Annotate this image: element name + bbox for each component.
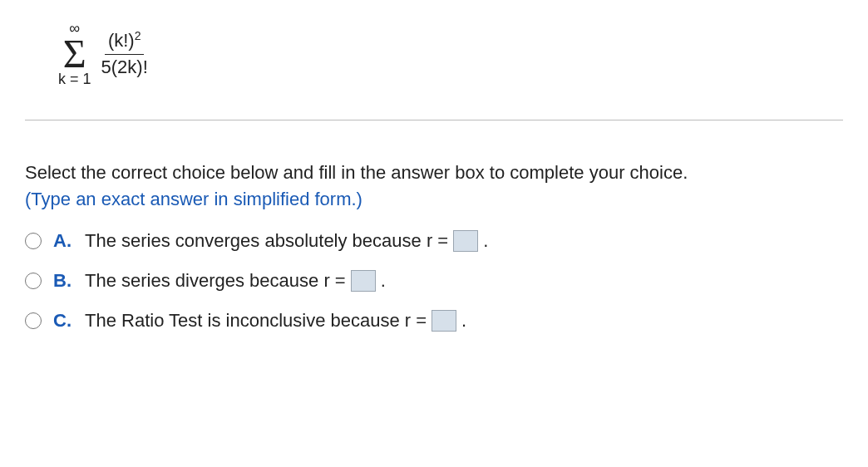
- option-a[interactable]: A. The series converges absolutely becau…: [25, 230, 843, 252]
- fraction-numerator: (k!)2: [105, 29, 145, 55]
- answer-input-a[interactable]: [453, 230, 478, 252]
- instruction-text: Select the correct choice below and fill…: [25, 162, 843, 184]
- formula-section: ∞ Σ k = 1 (k!)2 5(2k)!: [25, 17, 843, 111]
- fraction-denominator: 5(2k)!: [98, 55, 151, 78]
- radio-b[interactable]: [25, 273, 42, 289]
- option-letter: A.: [53, 230, 73, 252]
- options-group: A. The series converges absolutely becau…: [25, 230, 843, 332]
- answer-input-b[interactable]: [351, 270, 376, 292]
- answer-input-c[interactable]: [432, 310, 456, 332]
- option-letter: B.: [53, 270, 73, 292]
- option-b[interactable]: B. The series diverges because r = .: [25, 270, 843, 292]
- sigma-lower-limit: k = 1: [58, 71, 91, 86]
- fraction: (k!)2 5(2k)!: [98, 29, 151, 78]
- sigma-block: ∞ Σ k = 1: [58, 21, 91, 86]
- summation-expression: ∞ Σ k = 1 (k!)2 5(2k)!: [58, 21, 151, 86]
- sigma-symbol: Σ: [63, 36, 86, 71]
- option-letter: C.: [53, 310, 73, 332]
- section-divider: [25, 120, 843, 120]
- option-c[interactable]: C. The Ratio Test is inconclusive becaus…: [25, 310, 843, 332]
- hint-text: (Type an exact answer in simplified form…: [25, 189, 843, 210]
- radio-a[interactable]: [25, 233, 42, 249]
- radio-c[interactable]: [25, 312, 42, 329]
- option-text: The Ratio Test is inconclusive because r…: [85, 310, 466, 332]
- option-text: The series diverges because r = .: [85, 270, 386, 292]
- option-text: The series converges absolutely because …: [85, 230, 488, 252]
